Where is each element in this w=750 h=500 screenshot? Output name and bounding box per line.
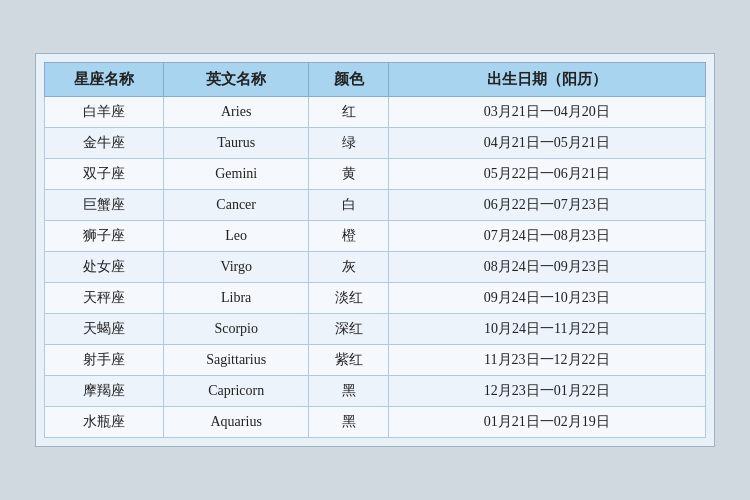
table-header-row: 星座名称 英文名称 颜色 出生日期（阳历）	[45, 63, 706, 97]
cell-color: 红	[309, 97, 388, 128]
cell-color: 橙	[309, 221, 388, 252]
table-row: 巨蟹座Cancer白06月22日一07月23日	[45, 190, 706, 221]
cell-zh: 金牛座	[45, 128, 164, 159]
cell-date: 08月24日一09月23日	[388, 252, 705, 283]
cell-en: Virgo	[163, 252, 308, 283]
zodiac-table-container: 星座名称 英文名称 颜色 出生日期（阳历） 白羊座Aries红03月21日一04…	[35, 53, 715, 447]
cell-zh: 巨蟹座	[45, 190, 164, 221]
cell-zh: 天秤座	[45, 283, 164, 314]
cell-en: Aquarius	[163, 407, 308, 438]
table-row: 双子座Gemini黄05月22日一06月21日	[45, 159, 706, 190]
cell-zh: 摩羯座	[45, 376, 164, 407]
cell-color: 白	[309, 190, 388, 221]
cell-zh: 射手座	[45, 345, 164, 376]
cell-en: Libra	[163, 283, 308, 314]
table-row: 射手座Sagittarius紫红11月23日一12月22日	[45, 345, 706, 376]
cell-en: Cancer	[163, 190, 308, 221]
cell-zh: 处女座	[45, 252, 164, 283]
table-row: 天蝎座Scorpio深红10月24日一11月22日	[45, 314, 706, 345]
cell-en: Taurus	[163, 128, 308, 159]
cell-zh: 狮子座	[45, 221, 164, 252]
cell-color: 深红	[309, 314, 388, 345]
cell-en: Scorpio	[163, 314, 308, 345]
cell-date: 10月24日一11月22日	[388, 314, 705, 345]
table-row: 天秤座Libra淡红09月24日一10月23日	[45, 283, 706, 314]
table-row: 摩羯座Capricorn黑12月23日一01月22日	[45, 376, 706, 407]
cell-date: 07月24日一08月23日	[388, 221, 705, 252]
table-row: 狮子座Leo橙07月24日一08月23日	[45, 221, 706, 252]
cell-en: Gemini	[163, 159, 308, 190]
cell-en: Aries	[163, 97, 308, 128]
header-zh: 星座名称	[45, 63, 164, 97]
zodiac-table: 星座名称 英文名称 颜色 出生日期（阳历） 白羊座Aries红03月21日一04…	[44, 62, 706, 438]
cell-zh: 水瓶座	[45, 407, 164, 438]
table-row: 白羊座Aries红03月21日一04月20日	[45, 97, 706, 128]
header-color: 颜色	[309, 63, 388, 97]
cell-color: 黄	[309, 159, 388, 190]
header-en: 英文名称	[163, 63, 308, 97]
table-row: 水瓶座Aquarius黑01月21日一02月19日	[45, 407, 706, 438]
cell-color: 淡红	[309, 283, 388, 314]
cell-color: 紫红	[309, 345, 388, 376]
cell-zh: 天蝎座	[45, 314, 164, 345]
cell-date: 01月21日一02月19日	[388, 407, 705, 438]
cell-date: 12月23日一01月22日	[388, 376, 705, 407]
table-row: 处女座Virgo灰08月24日一09月23日	[45, 252, 706, 283]
cell-color: 灰	[309, 252, 388, 283]
cell-date: 06月22日一07月23日	[388, 190, 705, 221]
cell-date: 09月24日一10月23日	[388, 283, 705, 314]
cell-date: 05月22日一06月21日	[388, 159, 705, 190]
cell-zh: 白羊座	[45, 97, 164, 128]
cell-color: 黑	[309, 376, 388, 407]
cell-en: Leo	[163, 221, 308, 252]
cell-zh: 双子座	[45, 159, 164, 190]
cell-date: 11月23日一12月22日	[388, 345, 705, 376]
cell-date: 04月21日一05月21日	[388, 128, 705, 159]
cell-date: 03月21日一04月20日	[388, 97, 705, 128]
cell-color: 绿	[309, 128, 388, 159]
cell-en: Sagittarius	[163, 345, 308, 376]
cell-color: 黑	[309, 407, 388, 438]
header-date: 出生日期（阳历）	[388, 63, 705, 97]
cell-en: Capricorn	[163, 376, 308, 407]
table-row: 金牛座Taurus绿04月21日一05月21日	[45, 128, 706, 159]
